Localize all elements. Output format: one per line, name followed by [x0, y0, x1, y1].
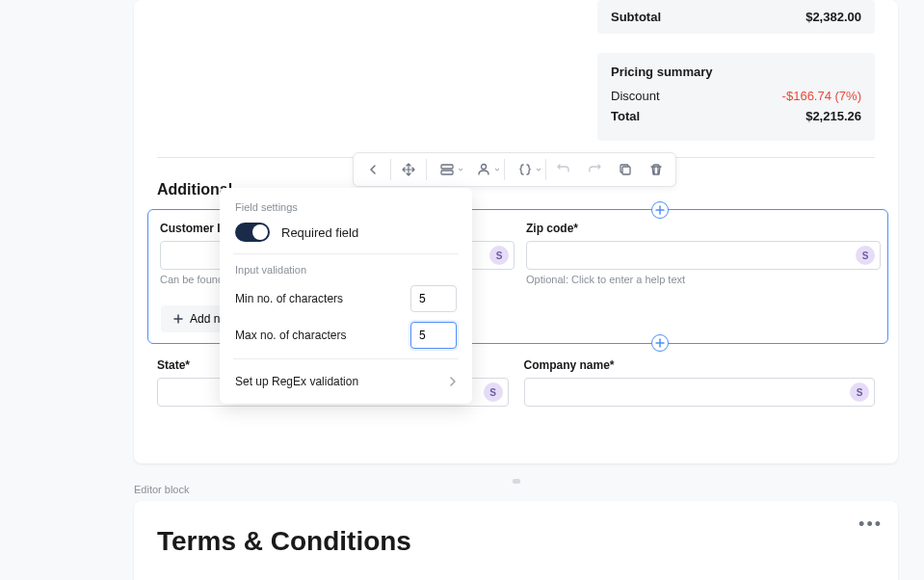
toolbar-redo-button[interactable]	[579, 156, 610, 183]
discount-label: Discount	[611, 89, 660, 103]
redo-icon	[587, 162, 602, 177]
min-chars-input[interactable]	[410, 285, 457, 312]
toolbar-undo-button[interactable]	[548, 156, 579, 183]
input-validation-label: Input validation	[235, 264, 457, 276]
max-chars-label: Max no. of characters	[235, 329, 346, 342]
toolbar-sep	[545, 159, 546, 180]
s-badge: S	[856, 246, 875, 265]
terms-title: Terms & Conditions	[157, 526, 875, 557]
move-icon	[401, 162, 416, 177]
editor-block-label: Editor block	[134, 484, 189, 495]
total-value: $2,215.26	[805, 109, 861, 123]
terms-card[interactable]: ••• Terms & Conditions	[134, 501, 898, 580]
total-row: Total $2,215.26	[611, 109, 861, 123]
required-toggle-row: Required field	[235, 223, 457, 242]
toolbar-layout-button[interactable]	[429, 156, 465, 183]
svg-rect-1	[441, 171, 453, 174]
discount-row: Discount -$166.74 (7%)	[611, 89, 861, 103]
regex-row[interactable]: Set up RegEx validation	[235, 369, 457, 390]
min-chars-row: Min no. of characters	[235, 285, 457, 312]
zip-input[interactable]	[526, 241, 881, 270]
copy-icon	[618, 162, 633, 177]
trash-icon	[648, 162, 664, 177]
add-above-button[interactable]	[651, 201, 669, 219]
undo-icon	[556, 162, 571, 177]
pricing-summary: Pricing summary Discount -$166.74 (7%) T…	[597, 53, 875, 141]
person-icon	[476, 162, 491, 177]
subtotal-value: $2,382.00	[805, 10, 861, 24]
discount-value: -$166.74 (7%)	[782, 89, 861, 103]
subtotal-row: Subtotal $2,382.00	[597, 0, 875, 34]
field-zip[interactable]: Zip code S Optional: Click to enter a he…	[526, 222, 881, 285]
toolbar-braces-button[interactable]	[507, 156, 543, 183]
chevron-left-icon	[366, 163, 380, 176]
zip-help[interactable]: Optional: Click to enter a help text	[526, 274, 881, 285]
svg-rect-3	[622, 167, 630, 174]
toolbar-copy-button[interactable]	[610, 156, 641, 183]
subtotal-label: Subtotal	[611, 10, 661, 24]
svg-point-2	[482, 165, 487, 170]
field-settings-popover: Field settings Required field Input vali…	[220, 188, 472, 404]
toolbar-sep	[426, 159, 427, 180]
drag-handle[interactable]	[513, 479, 520, 484]
s-badge: S	[489, 246, 509, 265]
add-new-label: Add n	[190, 312, 220, 326]
caret-down-icon	[494, 168, 500, 171]
toolbar-sep	[390, 159, 391, 180]
summary-title: Pricing summary	[611, 65, 861, 79]
zip-label: Zip code	[526, 222, 881, 235]
toolbar-back-button[interactable]	[357, 156, 388, 183]
s-badge: S	[850, 382, 869, 402]
field-company[interactable]: Company name S	[524, 358, 876, 407]
toolbar-sep	[504, 159, 505, 180]
toolbar-person-button[interactable]	[465, 156, 502, 183]
svg-rect-0	[441, 165, 453, 169]
required-toggle[interactable]	[235, 223, 270, 242]
pricing-box: Subtotal $2,382.00 Pricing summary Disco…	[597, 0, 875, 141]
s-badge: S	[484, 382, 503, 402]
min-chars-label: Min no. of characters	[235, 292, 343, 305]
toolbar-move-button[interactable]	[393, 156, 424, 183]
chevron-right-icon	[449, 376, 457, 387]
more-button[interactable]: •••	[858, 514, 883, 535]
layout-icon	[439, 162, 455, 177]
total-label: Total	[611, 109, 640, 123]
popover-sep	[233, 253, 459, 254]
max-chars-input[interactable]	[410, 322, 457, 349]
field-settings-label: Field settings	[235, 201, 457, 213]
braces-icon	[517, 162, 533, 177]
block-toolbar	[353, 152, 676, 187]
company-label: Company name	[524, 358, 876, 372]
plus-icon	[172, 313, 184, 325]
regex-label: Set up RegEx validation	[235, 375, 358, 388]
toolbar-delete-button[interactable]	[641, 156, 672, 183]
required-label: Required field	[281, 225, 358, 240]
company-input[interactable]	[524, 378, 876, 407]
caret-down-icon	[536, 168, 541, 171]
popover-sep	[233, 358, 459, 359]
toggle-knob	[252, 224, 268, 240]
max-chars-row: Max no. of characters	[235, 322, 457, 349]
add-below-button[interactable]	[651, 334, 669, 352]
caret-down-icon	[458, 168, 463, 171]
